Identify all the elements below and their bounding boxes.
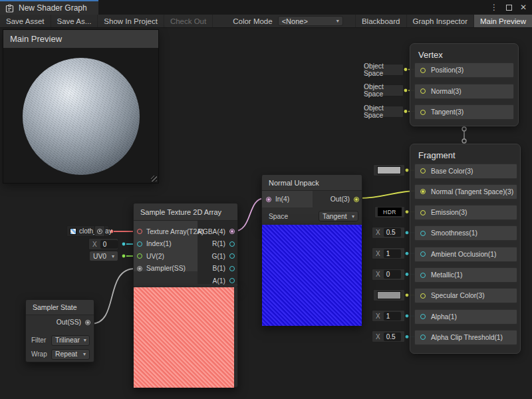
color-mode-dropdown[interactable]: <None> [278, 16, 343, 26]
vertex-node-row-2[interactable]: Tangent(3) [414, 104, 514, 120]
vertex-node-row-1[interactable]: Normal(3) [414, 84, 514, 99]
fragment-node-row-1[interactable]: Normal (Tangent Space)(3) [414, 184, 517, 200]
fragment-port-7[interactable] [420, 314, 426, 319]
graph-inspector-toggle[interactable]: Graph Inspector [407, 15, 474, 27]
more-menu-icon[interactable]: ⋮ [490, 3, 498, 12]
fragment-value-field-7[interactable]: 1 [384, 312, 401, 321]
check-out-button[interactable]: Check Out [164, 15, 213, 27]
fragment-node-row-3[interactable]: Smoothness(1) [414, 225, 517, 241]
main-preview-header[interactable]: Main Preview [3, 30, 158, 48]
show-in-project-button[interactable]: Show In Project [98, 15, 164, 27]
normal-unpack-node[interactable]: Normal Unpack In(4) Out(3) Space Tangent [261, 174, 362, 226]
fragment-value-chip-7[interactable]: X1 [372, 310, 405, 322]
sample-input-port-0[interactable] [137, 229, 142, 234]
close-icon[interactable]: ✕ [520, 3, 527, 12]
fragment-port-8[interactable] [420, 334, 426, 340]
sample-output-port-3[interactable] [229, 266, 235, 271]
fragment-value-chip-3[interactable]: X0.5 [372, 227, 405, 239]
filter-value: Trilinear [55, 336, 80, 344]
main-preview-toggle[interactable]: Main Preview [474, 15, 532, 27]
space-value: Tangent [323, 213, 347, 220]
wire-rgba-to-unpack[interactable] [233, 198, 265, 231]
fragment-color-swatch-0[interactable] [373, 164, 405, 176]
index-x-label: X [92, 241, 97, 248]
fragment-port-3[interactable] [420, 231, 426, 236]
sample-output-port-4[interactable] [229, 278, 235, 283]
sample-output-port-1[interactable] [229, 241, 235, 247]
space-dropdown[interactable]: Tangent [319, 211, 358, 221]
sample-output-port-0[interactable] [229, 229, 235, 234]
vertex-space-chip-1[interactable]: Object Space [363, 84, 404, 96]
fragment-port-5[interactable] [420, 273, 426, 278]
save-as-button[interactable]: Save As... [51, 15, 98, 27]
sample-output-label-4: A(1) [213, 277, 225, 285]
fragment-color-swatch-6[interactable] [373, 289, 405, 301]
filter-label: Filter [31, 336, 46, 344]
fragment-port-0[interactable] [420, 168, 426, 174]
sample-node-texture-preview[interactable] [134, 287, 234, 388]
blackboard-toggle[interactable]: Blackboard [355, 15, 407, 27]
index-value-field[interactable]: 0 [100, 240, 118, 249]
fragment-node-row-8[interactable]: Alpha Clip Threshold(1) [414, 330, 517, 345]
fragment-value-field-3[interactable]: 0.5 [384, 228, 401, 237]
save-asset-button[interactable]: Save Asset [0, 15, 51, 27]
panel-resize-handle[interactable] [151, 176, 157, 182]
fragment-value-chip-8[interactable]: X0.5 [372, 331, 405, 342]
normal-unpack-title[interactable]: Normal Unpack [262, 175, 362, 191]
fragment-value-chip-5[interactable]: X0 [372, 269, 405, 281]
main-preview-panel[interactable]: Main Preview [3, 30, 158, 183]
link-connector-top [462, 127, 466, 131]
fragment-node-row-4[interactable]: Ambient Occlusion(1) [414, 247, 517, 262]
fragment-value-chip-4[interactable]: X1 [372, 247, 405, 259]
fragment-port-6[interactable] [420, 293, 426, 299]
maximize-icon[interactable] [506, 5, 512, 11]
index-value-chip[interactable]: X 0 [88, 238, 118, 250]
vertex-space-chip-0[interactable]: Object Space [363, 64, 404, 76]
fragment-node-row-5[interactable]: Metallic(1) [414, 267, 517, 283]
fragment-hdr-chip-2[interactable]: HDR [374, 206, 405, 218]
sampler-state-node[interactable]: Sampler State Out(SS) Filter Trilinear W… [25, 299, 94, 362]
fragment-node[interactable]: Fragment Base Color(3)Normal (Tangent Sp… [410, 144, 521, 354]
sample-texture-2d-array-node[interactable]: Sample Texture 2D Array Texture Array(T2… [133, 203, 238, 288]
fragment-label-5: Metallic(1) [431, 271, 463, 279]
unpack-out-port[interactable] [354, 197, 359, 202]
vertex-space-chip-2[interactable]: Object Space [363, 106, 404, 118]
preview-sphere[interactable] [23, 58, 140, 175]
vertex-port-1[interactable] [420, 88, 426, 94]
fragment-port-2[interactable] [420, 210, 426, 215]
fragment-x-label-8: X [376, 333, 380, 340]
fragment-value-field-4[interactable]: 1 [384, 249, 401, 258]
sample-input-port-2[interactable] [137, 253, 142, 259]
sample-output-row-1: R(1) [212, 238, 235, 249]
normal-unpack-preview[interactable] [262, 225, 362, 326]
vertex-port-2[interactable] [420, 110, 426, 115]
wire-sampler-state[interactable] [91, 269, 135, 324]
fragment-node-row-6[interactable]: Specular Color(3) [414, 288, 517, 303]
vertex-node[interactable]: Vertex Position(3)Normal(3)Tangent(3) [410, 43, 519, 126]
sample-input-port-1[interactable] [137, 241, 142, 247]
uv-chip-dot [122, 255, 126, 258]
sampler-out-port[interactable] [85, 320, 90, 325]
sample-output-port-2[interactable] [229, 253, 235, 259]
sample-input-port-3[interactable] [137, 266, 142, 271]
sample-node-title[interactable]: Sample Texture 2D Array [134, 203, 237, 221]
fragment-port-1[interactable] [420, 189, 426, 194]
vertex-node-row-0[interactable]: Position(3) [414, 63, 514, 78]
sampler-state-title[interactable]: Sampler State [26, 300, 94, 315]
graph-canvas[interactable]: Main Preview Vertex Position(3)Normal(3)… [0, 28, 532, 399]
fragment-node-row-0[interactable]: Base Color(3) [414, 164, 517, 179]
sample-input-label-2: UV(2) [146, 253, 164, 260]
fragment-node-row-2[interactable]: Emission(3) [414, 205, 517, 220]
wrap-dropdown[interactable]: Repeat [51, 349, 90, 360]
filter-dropdown[interactable]: Trilinear [51, 335, 90, 346]
unpack-in-port[interactable] [266, 197, 271, 202]
vertex-port-0[interactable] [420, 68, 426, 73]
document-tab[interactable]: New Shader Graph [0, 0, 98, 15]
fragment-node-row-7[interactable]: Alpha(1) [414, 309, 517, 325]
fragment-port-4[interactable] [420, 251, 426, 257]
object-picker-button[interactable] [94, 225, 105, 237]
uv-channel-dropdown[interactable]: UV0 [89, 251, 118, 261]
fragment-value-field-5[interactable]: 0 [384, 270, 401, 279]
unpack-in-label: In(4) [275, 196, 289, 203]
fragment-value-field-8[interactable]: 0.5 [384, 332, 401, 341]
